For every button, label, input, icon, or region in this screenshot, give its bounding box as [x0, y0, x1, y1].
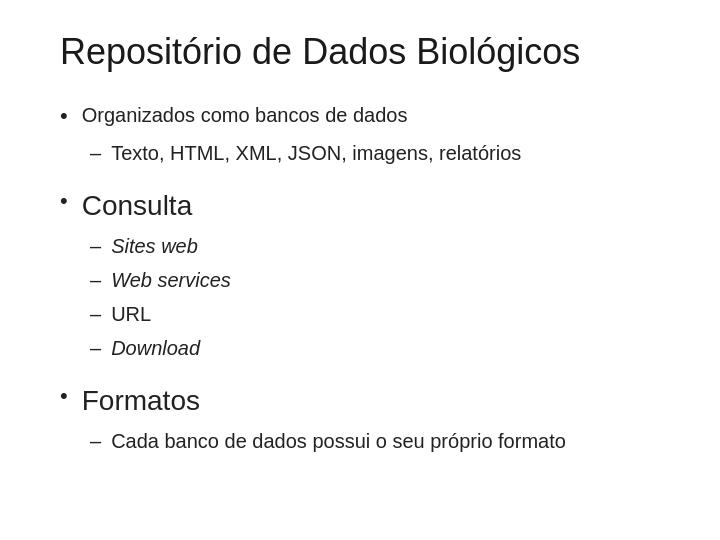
dash-1-3: – [90, 333, 101, 363]
sub-item-1-0: –Sites web [90, 231, 670, 261]
bullet-item-0: •Organizados como bancos de dados [60, 101, 670, 132]
page-title: Repositório de Dados Biológicos [60, 30, 670, 73]
bullet-icon-2: • [60, 381, 68, 412]
bullet-icon-0: • [60, 101, 68, 132]
sub-item-2-0: –Cada banco de dados possui o seu própri… [90, 426, 670, 456]
sub-item-1-2: –URL [90, 299, 670, 329]
sub-items-2: –Cada banco de dados possui o seu própri… [90, 426, 670, 456]
sub-text-1-1: Web services [111, 265, 231, 295]
sub-item-0-0: –Texto, HTML, XML, JSON, imagens, relató… [90, 138, 670, 168]
dash-2-0: – [90, 426, 101, 456]
section-0: •Organizados como bancos de dados–Texto,… [60, 101, 670, 168]
sub-text-0-0: Texto, HTML, XML, JSON, imagens, relatór… [111, 138, 521, 168]
sub-item-1-3: –Download [90, 333, 670, 363]
sub-text-1-0: Sites web [111, 231, 198, 261]
sub-item-1-1: –Web services [90, 265, 670, 295]
section-2: •Formatos–Cada banco de dados possui o s… [60, 381, 670, 456]
dash-0-0: – [90, 138, 101, 168]
sub-text-2-0: Cada banco de dados possui o seu próprio… [111, 426, 566, 456]
dash-1-0: – [90, 231, 101, 261]
bullet-text-0: Organizados como bancos de dados [82, 101, 408, 129]
bullet-item-1: •Consulta [60, 186, 670, 225]
bullet-text-1: Consulta [82, 186, 193, 225]
bullet-icon-1: • [60, 186, 68, 217]
sub-items-1: –Sites web–Web services–URL–Download [90, 231, 670, 363]
sub-items-0: –Texto, HTML, XML, JSON, imagens, relató… [90, 138, 670, 168]
sub-text-1-2: URL [111, 299, 151, 329]
dash-1-1: – [90, 265, 101, 295]
section-1: •Consulta–Sites web–Web services–URL–Dow… [60, 186, 670, 363]
content-area: •Organizados como bancos de dados–Texto,… [60, 101, 670, 456]
bullet-item-2: •Formatos [60, 381, 670, 420]
bullet-text-2: Formatos [82, 381, 200, 420]
dash-1-2: – [90, 299, 101, 329]
sub-text-1-3: Download [111, 333, 200, 363]
